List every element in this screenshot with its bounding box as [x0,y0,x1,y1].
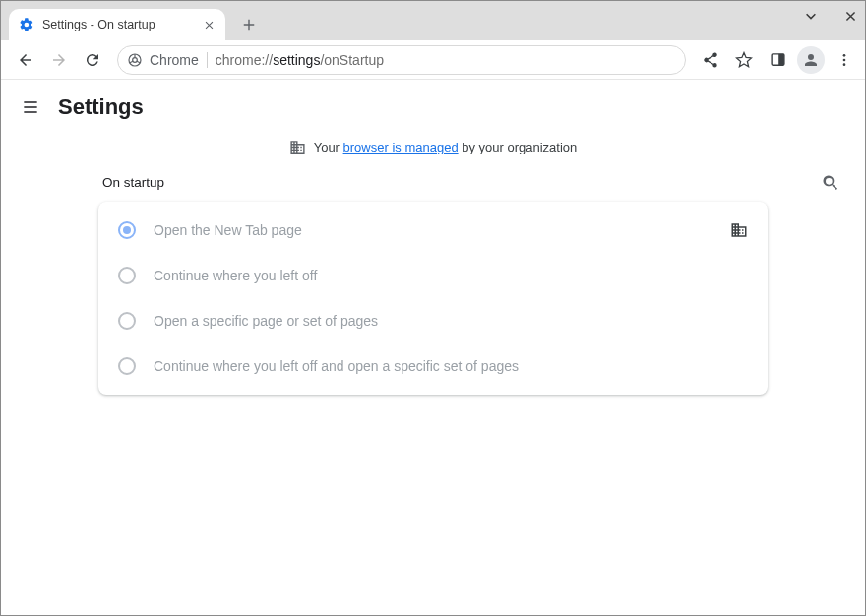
business-icon [289,139,306,155]
startup-option-specific-pages[interactable]: Open a specific page or set of pages [98,298,768,343]
person-icon [797,46,825,74]
browser-toolbar: Chrome chrome://settings/onStartup [1,40,865,80]
side-panel-button[interactable] [763,45,792,75]
radio-unselected-icon [118,312,136,330]
radio-selected-icon [118,221,136,239]
browser-menu-button[interactable] [830,45,859,75]
window-close-button[interactable] [841,7,859,25]
new-tab-button[interactable] [235,11,263,38]
tab-title: Settings - On startup [42,18,194,31]
browser-tab[interactable]: Settings - On startup [9,9,225,40]
managed-banner-text: Your browser is managed by your organiza… [314,140,578,154]
address-bar[interactable]: Chrome chrome://settings/onStartup [117,45,686,75]
back-button[interactable] [11,45,40,75]
startup-card: Open the New Tab page Continue where you… [98,202,768,395]
gear-icon [19,17,34,32]
svg-point-5 [843,58,846,61]
section-heading: On startup [98,169,768,202]
bookmark-button[interactable] [729,45,759,75]
svg-rect-3 [778,54,784,65]
svg-point-4 [843,54,846,57]
profile-button[interactable] [796,45,826,75]
page-title: Settings [58,94,144,120]
radio-unselected-icon [118,357,136,375]
svg-point-6 [843,63,846,66]
startup-option-continue-and-specific[interactable]: Continue where you left off and open a s… [98,343,768,389]
radio-unselected-icon [118,267,136,284]
settings-header: Settings [1,80,865,135]
startup-section: On startup Open the New Tab page Continu… [98,169,768,395]
search-settings-container [818,170,843,196]
option-label: Open the New Tab page [154,222,302,238]
window-controls [802,7,859,25]
close-tab-button[interactable] [202,18,216,31]
settings-page: Settings Your browser is managed by your… [1,80,865,615]
managed-link[interactable]: browser is managed [343,140,459,154]
menu-button[interactable] [17,93,44,121]
omnibox-origin-label: Chrome [150,52,208,68]
option-label: Continue where you left off [154,268,317,283]
chrome-logo-icon [126,51,144,69]
startup-option-new-tab[interactable]: Open the New Tab page [98,208,768,253]
share-button[interactable] [696,45,725,75]
reload-button[interactable] [78,45,107,75]
option-label: Open a specific page or set of pages [154,313,378,329]
policy-business-icon [730,221,748,239]
window-minimize-button[interactable] [802,7,820,25]
option-label: Continue where you left off and open a s… [154,358,519,374]
managed-banner: Your browser is managed by your organiza… [1,139,865,169]
startup-option-continue[interactable]: Continue where you left off [98,253,768,298]
search-settings-button[interactable] [818,170,843,196]
window-titlebar: Settings - On startup [1,1,865,40]
forward-button[interactable] [44,45,74,75]
omnibox-url: chrome://settings/onStartup [216,52,384,68]
